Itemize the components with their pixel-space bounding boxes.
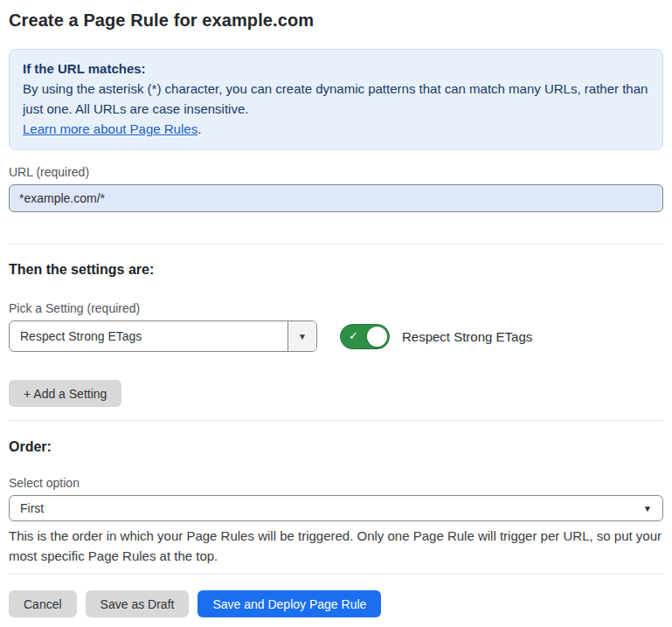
setting-dropdown[interactable]: Respect Strong ETags ▼ — [9, 320, 317, 352]
check-icon: ✓ — [349, 329, 358, 342]
setting-toggle[interactable]: ✓ — [340, 324, 390, 349]
setting-dropdown-arrow-button[interactable]: ▼ — [288, 321, 316, 351]
setting-row: Respect Strong ETags ▼ ✓ Respect Strong … — [9, 320, 663, 352]
add-setting-button[interactable]: + Add a Setting — [9, 380, 121, 407]
url-input[interactable] — [9, 184, 663, 212]
setting-toggle-label: Respect Strong ETags — [402, 329, 532, 344]
order-select-label: Select option — [9, 476, 663, 490]
settings-section-heading: Then the settings are: — [9, 262, 663, 278]
create-page-rule-panel: Create a Page Rule for example.com If th… — [0, 0, 672, 617]
divider — [9, 420, 663, 421]
url-match-info-box: If the URL matches: By using the asteris… — [9, 49, 663, 150]
setting-toggle-group: ✓ Respect Strong ETags — [340, 324, 532, 349]
url-field-label: URL (required) — [9, 165, 663, 179]
chevron-down-icon: ▼ — [298, 332, 307, 341]
divider — [9, 244, 663, 245]
info-box-heading: If the URL matches: — [23, 59, 649, 79]
order-select[interactable]: First ▼ — [9, 495, 663, 521]
info-box-body: By using the asterisk (*) character, you… — [23, 79, 649, 119]
footer-actions: Cancel Save as Draft Save and Deploy Pag… — [9, 590, 663, 617]
info-box-link-line: Learn more about Page Rules. — [23, 119, 649, 139]
cancel-button[interactable]: Cancel — [9, 590, 77, 617]
save-and-deploy-button[interactable]: Save and Deploy Page Rule — [197, 590, 381, 617]
order-section-heading: Order: — [9, 439, 663, 455]
toggle-knob — [367, 327, 387, 347]
divider — [9, 574, 663, 575]
setting-dropdown-value: Respect Strong ETags — [10, 321, 288, 351]
pick-setting-label: Pick a Setting (required) — [9, 301, 663, 315]
save-as-draft-button[interactable]: Save as Draft — [86, 590, 190, 617]
page-title: Create a Page Rule for example.com — [9, 10, 663, 31]
order-help-text: This is the order in which your Page Rul… — [9, 526, 663, 566]
order-select-value: First — [20, 501, 44, 515]
learn-more-link[interactable]: Learn more about Page Rules — [23, 121, 197, 136]
caret-down-icon: ▼ — [643, 504, 652, 513]
link-suffix: . — [197, 121, 201, 136]
